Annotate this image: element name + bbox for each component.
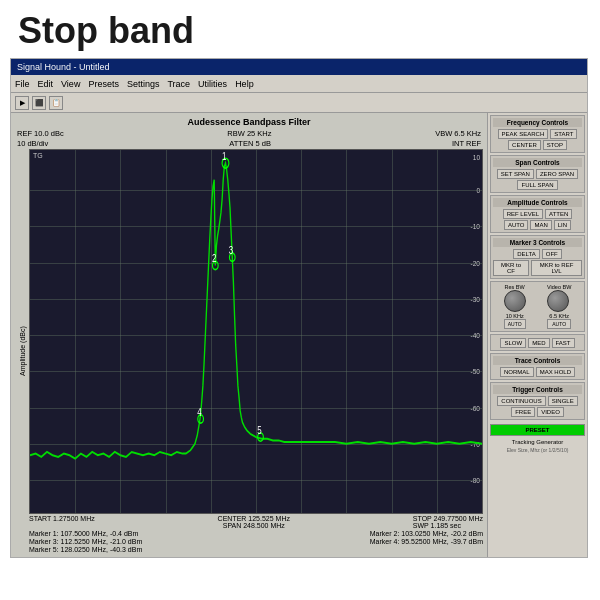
amp-btn-row-2: AUTO MAN LIN <box>493 220 582 230</box>
amp-controls-title: Amplitude Controls <box>493 198 582 207</box>
marker-row-2: Marker 3: 112.5250 MHz, -21.0 dBm Marker… <box>29 538 483 545</box>
menu-view[interactable]: View <box>61 79 80 89</box>
sweep-section: SLOW MED FAST <box>490 334 585 351</box>
marker-btn-row: DELTA OFF <box>493 249 582 259</box>
menu-file[interactable]: File <box>15 79 30 89</box>
start-btn[interactable]: START <box>550 129 577 139</box>
video-btn[interactable]: VIDEO <box>537 407 564 417</box>
marker-2: Marker 2: 103.0250 MHz, -20.2 dBm <box>370 530 483 537</box>
freq-controls-title: Frequency Controls <box>493 118 582 127</box>
freq-controls-section: Frequency Controls PEAK SEARCH START CEN… <box>490 115 585 153</box>
freq-btn-row-2: CENTER STOP <box>493 140 582 150</box>
video-bw-group: Video BW 6.5 KHz AUTO <box>547 284 571 329</box>
marker-info: Marker 1: 107.5000 MHz, -0.4 dBm Marker … <box>29 530 483 553</box>
man-btn[interactable]: MAN <box>530 220 551 230</box>
ref-level-btn[interactable]: REF LEVEL <box>503 209 543 219</box>
int-ref-value: INT REF <box>452 139 481 148</box>
atten-btn[interactable]: ATTEN <box>545 209 572 219</box>
continuous-btn[interactable]: CONTINUOUS <box>497 396 545 406</box>
mkr-ref-btn[interactable]: MKR to REF LVL <box>531 260 582 276</box>
toolbar-btn-1[interactable]: ▶ <box>15 96 29 110</box>
svg-text:2: 2 <box>212 252 216 265</box>
trace-title: Trace Controls <box>493 356 582 365</box>
stop-btn[interactable]: STOP <box>543 140 567 150</box>
span-btn-row-2: FULL SPAN <box>493 180 582 190</box>
trigger-section: Trigger Controls CONTINUOUS SINGLE FREE … <box>490 382 585 420</box>
app-window: Signal Hound - Untitled File Edit View P… <box>10 58 588 558</box>
auto-btn[interactable]: AUTO <box>504 220 529 230</box>
marker-controls-title: Marker 3 Controls <box>493 238 582 247</box>
scale-value: 10 dB/div <box>17 139 48 148</box>
chart-wrapper: Amplitude (dBc) 10 0 -10 -20 -30 -40 -50… <box>15 149 483 553</box>
lin-btn[interactable]: LIN <box>554 220 571 230</box>
res-bw-auto[interactable]: AUTO <box>504 319 526 329</box>
toolbar-btn-2[interactable]: ⬛ <box>32 96 46 110</box>
chart-params-2: 10 dB/div ATTEN 5 dB INT REF <box>15 139 483 148</box>
toolbar: ▶ ⬛ 📋 <box>11 93 587 113</box>
set-span-btn[interactable]: SET SPAN <box>497 169 534 179</box>
med-btn[interactable]: MED <box>528 338 549 348</box>
chart-and-xaxis: 10 0 -10 -20 -30 -40 -50 -60 -70 -80 TG <box>29 149 483 553</box>
trace-section: Trace Controls NORMAL MAX HOLD <box>490 353 585 380</box>
off-btn[interactable]: OFF <box>542 249 562 259</box>
normal-btn[interactable]: NORMAL <box>500 367 534 377</box>
free-btn[interactable]: FREE <box>511 407 535 417</box>
maxhold-btn[interactable]: MAX HOLD <box>536 367 575 377</box>
center-btn[interactable]: CENTER <box>508 140 541 150</box>
slow-btn[interactable]: SLOW <box>500 338 526 348</box>
svg-text:5: 5 <box>257 423 262 436</box>
status-bar: Cursor at 222.025000 MHz, -48.93 dBm NUM <box>11 557 587 558</box>
fast-btn[interactable]: FAST <box>552 338 575 348</box>
res-bw-group: Res BW 10 KHz AUTO <box>504 284 526 329</box>
span-controls-section: Span Controls SET SPAN ZERO SPAN FULL SP… <box>490 155 585 193</box>
marker-4: Marker 4: 95.52500 MHz, -39.7 dBm <box>370 538 483 545</box>
single-btn[interactable]: SINGLE <box>548 396 578 406</box>
knob-area: Res BW 10 KHz AUTO Video BW 6.5 KHz AUTO <box>493 284 582 329</box>
trigger-title: Trigger Controls <box>493 385 582 394</box>
rbw-value: RBW 25 KHz <box>227 129 271 138</box>
video-bw-auto[interactable]: AUTO <box>547 319 571 329</box>
marker-row-3: Marker 5: 128.0250 MHz, -40.3 dBm <box>29 546 483 553</box>
amp-controls-section: Amplitude Controls REF LEVEL ATTEN AUTO … <box>490 195 585 233</box>
svg-text:3: 3 <box>229 243 234 256</box>
chart-container[interactable]: 10 0 -10 -20 -30 -40 -50 -60 -70 -80 TG <box>29 149 483 514</box>
marker-1: Marker 1: 107.5000 MHz, -0.4 dBm <box>29 530 138 537</box>
y-axis-label: Amplitude (dBc) <box>15 149 29 553</box>
zero-span-btn[interactable]: ZERO SPAN <box>536 169 578 179</box>
svg-text:4: 4 <box>197 405 202 418</box>
res-bw-knob[interactable] <box>504 290 526 312</box>
amp-btn-row: REF LEVEL ATTEN <box>493 209 582 219</box>
chart-title: Audessence Bandpass Filter <box>15 117 483 127</box>
peak-search-btn[interactable]: PEAK SEARCH <box>498 129 549 139</box>
center-freq: CENTER 125.525 MHz SPAN 248.500 MHz <box>218 515 290 529</box>
menu-bar[interactable]: File Edit View Presets Settings Trace Ut… <box>11 75 587 93</box>
main-area: Audessence Bandpass Filter REF 10.0 dBc … <box>11 113 587 557</box>
bw-section: Res BW 10 KHz AUTO Video BW 6.5 KHz AUTO <box>490 281 585 332</box>
atten-value: ATTEN 5 dB <box>229 139 271 148</box>
start-freq: START 1.27500 MHz <box>29 515 95 529</box>
menu-presets[interactable]: Presets <box>88 79 119 89</box>
video-bw-knob[interactable] <box>547 290 569 312</box>
menu-utilities[interactable]: Utilities <box>198 79 227 89</box>
menu-edit[interactable]: Edit <box>38 79 54 89</box>
menu-trace[interactable]: Trace <box>167 79 190 89</box>
delta-btn[interactable]: DELTA <box>513 249 539 259</box>
marker-controls-section: Marker 3 Controls DELTA OFF MKR to CF MK… <box>490 235 585 279</box>
menu-help[interactable]: Help <box>235 79 254 89</box>
marker-3: Marker 3: 112.5250 MHz, -21.0 dBm <box>29 538 142 545</box>
chart-params-1: REF 10.0 dBc RBW 25 KHz VBW 6.5 KHz <box>15 129 483 138</box>
spectrum-area: Audessence Bandpass Filter REF 10.0 dBc … <box>11 113 487 557</box>
preset-btn[interactable]: PRESET <box>490 424 585 436</box>
menu-settings[interactable]: Settings <box>127 79 160 89</box>
trigger-btn-row: CONTINUOUS SINGLE <box>493 396 582 406</box>
toolbar-btn-3[interactable]: 📋 <box>49 96 63 110</box>
mkr-cf-btn[interactable]: MKR to CF <box>493 260 529 276</box>
full-span-btn[interactable]: FULL SPAN <box>517 180 557 190</box>
spectrum-trace: 1 2 3 4 5 <box>30 150 482 513</box>
title-bar: Signal Hound - Untitled <box>11 59 587 75</box>
trigger-btn-row-2: FREE VIDEO <box>493 407 582 417</box>
marker-btn-row-2: MKR to CF MKR to REF LVL <box>493 260 582 276</box>
tracking-gen-label: Tracking Generator <box>490 439 585 445</box>
freq-btn-row-1: PEAK SEARCH START <box>493 129 582 139</box>
right-panel: Frequency Controls PEAK SEARCH START CEN… <box>487 113 587 557</box>
